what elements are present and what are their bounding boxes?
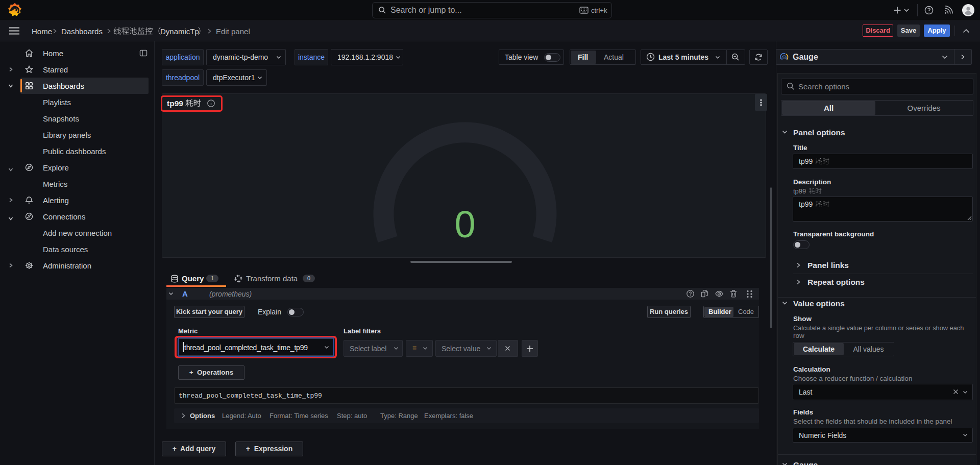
svg-text:79: 79 xyxy=(782,56,786,59)
